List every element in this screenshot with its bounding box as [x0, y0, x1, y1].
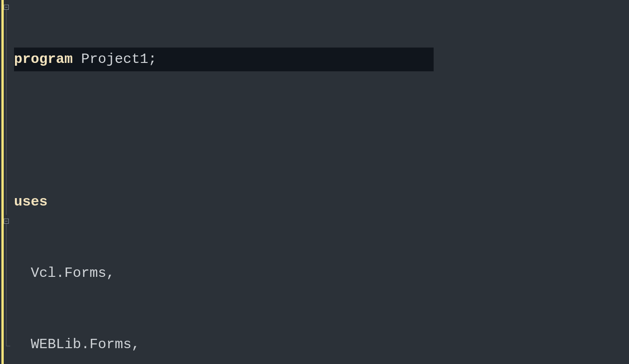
- fold-guide-line: [6, 10, 7, 215]
- fold-guide-line: [6, 224, 7, 346]
- keyword-program: program: [14, 51, 73, 67]
- keyword-uses: uses: [14, 194, 48, 210]
- code-line[interactable]: Vcl.Forms,: [14, 261, 434, 285]
- fold-end-icon: [6, 346, 10, 346]
- unit-ref: Vcl.Forms,: [31, 265, 115, 281]
- fold-toggle-icon[interactable]: [4, 219, 9, 224]
- code-line[interactable]: WEBLib.Forms,: [14, 333, 434, 357]
- editor-gutter: [0, 0, 9, 364]
- code-line[interactable]: uses: [14, 190, 434, 214]
- code-area[interactable]: program Project1; uses Vcl.Forms, WEBLib…: [9, 0, 434, 364]
- fold-toggle-icon[interactable]: [4, 5, 9, 10]
- identifier: Project1: [81, 51, 148, 67]
- modification-indicator: [1, 0, 4, 364]
- code-line[interactable]: [14, 119, 434, 143]
- code-line[interactable]: program Project1;: [14, 48, 434, 71]
- semicolon: ;: [148, 51, 157, 67]
- unit-ref: WEBLib.Forms,: [31, 337, 140, 352]
- code-editor[interactable]: program Project1; uses Vcl.Forms, WEBLib…: [0, 0, 629, 364]
